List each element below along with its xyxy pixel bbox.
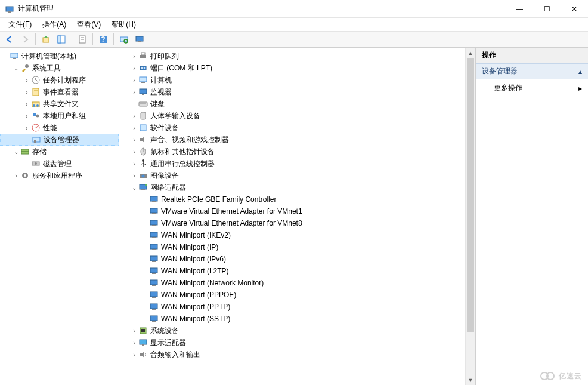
tree-item[interactable]: ›本地用户和组 [0, 110, 119, 122]
tree-item[interactable]: ·计算机管理(本地) [0, 50, 119, 62]
tree-item[interactable]: ›图像设备 [128, 170, 475, 181]
nic-icon [149, 254, 159, 264]
tree-item[interactable]: ›服务和应用程序 [0, 170, 119, 181]
expander-closed-icon[interactable]: › [130, 76, 138, 84]
tree-item[interactable]: ›人体学输入设备 [128, 110, 475, 122]
tree-item[interactable]: ·WAN Miniport (L2TP) [128, 265, 475, 277]
scroll-thumb[interactable] [467, 58, 474, 332]
minimize-button[interactable]: — [506, 0, 533, 18]
system-icon [138, 326, 148, 335]
expander-closed-icon[interactable]: › [23, 88, 31, 96]
expander-closed-icon[interactable]: › [130, 135, 138, 144]
console-tree[interactable]: ·计算机管理(本地)⌄系统工具›任务计划程序›事件查看器›共享文件夹›本地用户和… [0, 50, 119, 181]
menubar: 文件(F) 操作(A) 查看(V) 帮助(H) [0, 18, 588, 31]
users-icon [31, 111, 41, 121]
menu-action[interactable]: 操作(A) [38, 19, 71, 31]
tree-item-label: 计算机 [150, 75, 172, 85]
tree-item[interactable]: ·WAN Miniport (PPTP) [128, 301, 475, 313]
nic-icon [149, 242, 159, 252]
menu-view[interactable]: 查看(V) [72, 19, 106, 31]
printer-icon [138, 51, 148, 61]
separator [35, 33, 36, 45]
tree-item[interactable]: ⌄系统工具 [0, 62, 119, 74]
up-button[interactable] [39, 33, 53, 46]
tree-item[interactable]: ·WAN Miniport (IKEv2) [128, 229, 475, 241]
scroll-down-button[interactable]: ▼ [466, 375, 475, 385]
vertical-scrollbar[interactable]: ▲ ▼ [465, 48, 475, 385]
tree-item[interactable]: ›事件查看器 [0, 86, 119, 98]
expander-closed-icon[interactable]: › [130, 327, 138, 335]
tree-item[interactable]: ·WAN Miniport (IP) [128, 241, 475, 253]
expander-open-icon[interactable]: ⌄ [12, 64, 20, 72]
tree-item[interactable]: ›通用串行总线控制器 [128, 158, 475, 170]
expander-closed-icon[interactable]: › [130, 112, 138, 120]
tree-item[interactable]: ·VMware Virtual Ethernet Adapter for VMn… [128, 205, 475, 217]
tree-item[interactable]: ·WAN Miniport (IPv6) [128, 253, 475, 265]
tree-item[interactable]: ›鼠标和其他指针设备 [128, 146, 475, 158]
monitor-button[interactable] [132, 33, 147, 46]
tree-item[interactable]: ›性能 [0, 122, 119, 134]
expander-closed-icon[interactable]: › [23, 100, 31, 108]
tree-item[interactable]: ·WAN Miniport (SSTP) [128, 313, 475, 325]
expander-closed-icon[interactable]: › [130, 88, 138, 96]
tree-item-label: 显示适配器 [150, 338, 186, 348]
expander-closed-icon[interactable]: › [12, 171, 20, 180]
forward-button[interactable] [18, 33, 32, 46]
expander-closed-icon[interactable]: › [130, 159, 138, 168]
tree-item[interactable]: ›显示适配器 [128, 337, 475, 349]
actions-section-label: 设备管理器 [482, 66, 518, 76]
tree-item[interactable]: ›系统设备 [128, 325, 475, 337]
expander-closed-icon[interactable]: › [23, 124, 31, 132]
scroll-up-button[interactable]: ▲ [466, 48, 475, 58]
tree-item[interactable]: ·Realtek PCIe GBE Family Controller [128, 193, 475, 205]
tree-item[interactable]: ›共享文件夹 [0, 98, 119, 110]
tree-item[interactable]: ›端口 (COM 和 LPT) [128, 62, 475, 74]
tree-item[interactable]: ›声音、视频和游戏控制器 [128, 134, 475, 146]
device-tree[interactable]: ›打印队列›端口 (COM 和 LPT)›计算机›监视器·键盘›人体学输入设备›… [119, 48, 475, 363]
tree-item[interactable]: ⌄存储 [0, 146, 119, 158]
expander-closed-icon[interactable]: › [130, 52, 138, 60]
help-button[interactable]: ? [96, 33, 110, 46]
tree-item[interactable]: ›音频输入和输出 [128, 349, 475, 361]
close-button[interactable]: ✕ [561, 0, 588, 18]
tree-item[interactable]: ·设备管理器 [0, 134, 119, 146]
tree-item[interactable]: ·WAN Miniport (Network Monitor) [128, 277, 475, 289]
watermark: 亿速云 [540, 371, 582, 381]
scan-hardware-button[interactable] [117, 33, 131, 46]
tree-item[interactable]: ›软件设备 [128, 122, 475, 134]
tree-item[interactable]: ·磁盘管理 [0, 158, 119, 170]
properties-button[interactable] [75, 33, 89, 46]
expander-closed-icon[interactable]: › [23, 76, 31, 84]
maximize-button[interactable]: ☐ [533, 0, 561, 18]
expander-closed-icon[interactable]: › [130, 64, 138, 72]
more-actions-item[interactable]: 更多操作 ▸ [476, 79, 588, 97]
tree-item-label: 键盘 [150, 99, 165, 109]
show-hide-tree-button[interactable] [54, 33, 69, 46]
menu-file[interactable]: 文件(F) [4, 19, 36, 31]
expander-closed-icon[interactable]: › [130, 171, 138, 180]
tree-item[interactable]: ›计算机 [128, 74, 475, 86]
device-tree-pane: ›打印队列›端口 (COM 和 LPT)›计算机›监视器·键盘›人体学输入设备›… [119, 48, 476, 385]
expander-open-icon[interactable]: ⌄ [130, 183, 138, 192]
menu-help[interactable]: 帮助(H) [107, 19, 141, 31]
tree-item[interactable]: ›监视器 [128, 86, 475, 98]
expander-closed-icon[interactable]: › [130, 350, 138, 359]
expander-closed-icon[interactable]: › [130, 338, 138, 347]
tree-item[interactable]: ·WAN Miniport (PPPOE) [128, 289, 475, 301]
eventviewer-icon [31, 87, 41, 97]
expander-closed-icon[interactable]: › [23, 112, 31, 120]
expander-closed-icon[interactable]: › [130, 147, 138, 156]
tree-item-label: 监视器 [150, 87, 172, 97]
tree-item[interactable]: ·VMware Virtual Ethernet Adapter for VMn… [128, 217, 475, 229]
tree-item[interactable]: ›任务计划程序 [0, 74, 119, 86]
tree-item-label: 任务计划程序 [43, 75, 86, 85]
tree-item[interactable]: ·键盘 [128, 98, 475, 110]
expander-closed-icon[interactable]: › [130, 124, 138, 132]
expander-open-icon[interactable]: ⌄ [12, 147, 20, 156]
tree-item[interactable]: ⌄网络适配器 [128, 181, 475, 193]
nic-icon [149, 266, 159, 276]
actions-section[interactable]: 设备管理器 ▴ [476, 63, 588, 79]
back-button[interactable] [2, 33, 17, 46]
tree-item[interactable]: ›打印队列 [128, 50, 475, 62]
scheduler-icon [31, 75, 41, 85]
